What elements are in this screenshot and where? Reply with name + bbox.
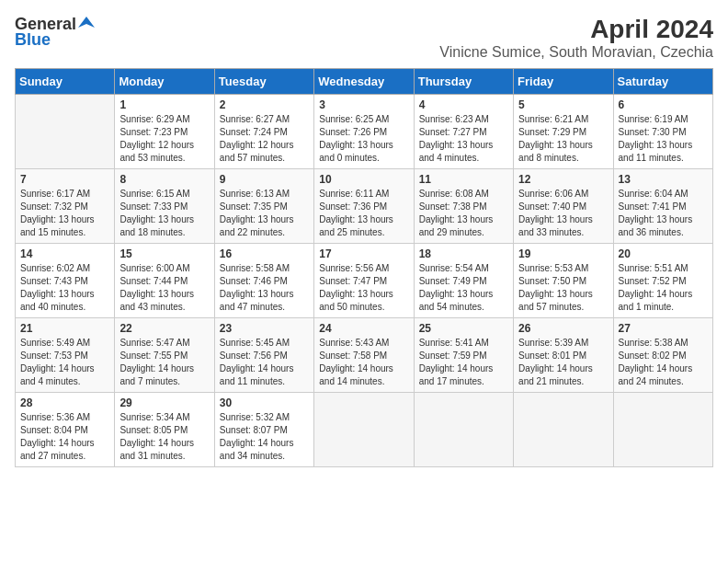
day-detail-text: Sunrise: 5:39 AM Sunset: 8:01 PM Dayligh…	[518, 337, 608, 388]
day-number: 6	[619, 98, 708, 111]
calendar-week-row: 7Sunrise: 6:17 AM Sunset: 7:32 PM Daylig…	[16, 169, 713, 244]
day-number: 20	[619, 247, 708, 260]
calendar-cell: 15Sunrise: 6:00 AM Sunset: 7:44 PM Dayli…	[115, 244, 214, 318]
calendar-header-row: SundayMondayTuesdayWednesdayThursdayFrid…	[16, 69, 713, 95]
month-year-title: April 2024	[439, 15, 713, 44]
day-number: 7	[20, 173, 109, 186]
title-area: April 2024 Vinicne Sumice, South Moravia…	[439, 15, 713, 61]
calendar-cell: 28Sunrise: 5:36 AM Sunset: 8:04 PM Dayli…	[16, 393, 115, 467]
calendar-cell	[514, 393, 613, 467]
day-detail-text: Sunrise: 6:13 AM Sunset: 7:35 PM Dayligh…	[220, 188, 309, 239]
day-header-sunday: Sunday	[16, 69, 115, 95]
day-detail-text: Sunrise: 5:34 AM Sunset: 8:05 PM Dayligh…	[119, 411, 209, 463]
calendar-cell	[314, 393, 414, 467]
calendar-cell: 9Sunrise: 6:13 AM Sunset: 7:35 PM Daylig…	[214, 169, 313, 244]
day-detail-text: Sunrise: 6:27 AM Sunset: 7:24 PM Dayligh…	[220, 113, 309, 165]
day-number: 24	[319, 322, 408, 335]
calendar-cell: 10Sunrise: 6:11 AM Sunset: 7:36 PM Dayli…	[314, 169, 414, 244]
day-detail-text: Sunrise: 6:19 AM Sunset: 7:30 PM Dayligh…	[619, 113, 708, 165]
day-detail-text: Sunrise: 5:38 AM Sunset: 8:02 PM Dayligh…	[619, 337, 708, 388]
calendar-table: SundayMondayTuesdayWednesdayThursdayFrid…	[15, 68, 713, 467]
day-number: 28	[20, 396, 109, 409]
calendar-week-row: 1Sunrise: 6:29 AM Sunset: 7:23 PM Daylig…	[16, 95, 713, 169]
calendar-cell: 17Sunrise: 5:56 AM Sunset: 7:47 PM Dayli…	[314, 244, 414, 318]
day-number: 4	[419, 98, 508, 111]
calendar-cell: 2Sunrise: 6:27 AM Sunset: 7:24 PM Daylig…	[214, 95, 313, 169]
calendar-cell: 21Sunrise: 5:49 AM Sunset: 7:53 PM Dayli…	[16, 318, 115, 393]
day-number: 30	[220, 396, 309, 409]
calendar-week-row: 14Sunrise: 6:02 AM Sunset: 7:43 PM Dayli…	[16, 244, 713, 318]
calendar-cell: 25Sunrise: 5:41 AM Sunset: 7:59 PM Dayli…	[414, 318, 513, 393]
day-detail-text: Sunrise: 6:11 AM Sunset: 7:36 PM Dayligh…	[319, 188, 408, 239]
calendar-cell: 3Sunrise: 6:25 AM Sunset: 7:26 PM Daylig…	[314, 95, 414, 169]
calendar-cell: 7Sunrise: 6:17 AM Sunset: 7:32 PM Daylig…	[16, 169, 115, 244]
day-number: 22	[119, 322, 209, 335]
day-number: 27	[619, 322, 708, 335]
calendar-cell	[613, 393, 712, 467]
day-detail-text: Sunrise: 5:56 AM Sunset: 7:47 PM Dayligh…	[319, 262, 408, 314]
day-detail-text: Sunrise: 5:53 AM Sunset: 7:50 PM Dayligh…	[518, 262, 608, 314]
calendar-cell: 30Sunrise: 5:32 AM Sunset: 8:07 PM Dayli…	[214, 393, 313, 467]
day-number: 15	[119, 247, 209, 260]
day-number: 23	[220, 322, 309, 335]
day-number: 11	[419, 173, 508, 186]
calendar-cell: 16Sunrise: 5:58 AM Sunset: 7:46 PM Dayli…	[214, 244, 313, 318]
day-detail-text: Sunrise: 6:29 AM Sunset: 7:23 PM Dayligh…	[119, 113, 209, 165]
day-number: 13	[619, 173, 708, 186]
day-number: 5	[518, 98, 608, 111]
calendar-cell: 24Sunrise: 5:43 AM Sunset: 7:58 PM Dayli…	[314, 318, 414, 393]
day-detail-text: Sunrise: 6:00 AM Sunset: 7:44 PM Dayligh…	[119, 262, 209, 314]
day-number: 1	[119, 98, 209, 111]
calendar-cell	[16, 95, 115, 169]
calendar-cell: 23Sunrise: 5:45 AM Sunset: 7:56 PM Dayli…	[214, 318, 313, 393]
day-number: 29	[119, 396, 209, 409]
logo-bird-icon	[78, 15, 95, 31]
calendar-cell: 4Sunrise: 6:23 AM Sunset: 7:27 PM Daylig…	[414, 95, 513, 169]
day-detail-text: Sunrise: 5:47 AM Sunset: 7:55 PM Dayligh…	[119, 337, 209, 388]
logo-blue-text: Blue	[15, 30, 51, 50]
day-detail-text: Sunrise: 5:36 AM Sunset: 8:04 PM Dayligh…	[20, 411, 109, 463]
day-detail-text: Sunrise: 6:06 AM Sunset: 7:40 PM Dayligh…	[518, 188, 608, 239]
calendar-cell: 1Sunrise: 6:29 AM Sunset: 7:23 PM Daylig…	[115, 95, 214, 169]
day-header-tuesday: Tuesday	[214, 69, 313, 95]
day-detail-text: Sunrise: 5:43 AM Sunset: 7:58 PM Dayligh…	[319, 337, 408, 388]
calendar-week-row: 21Sunrise: 5:49 AM Sunset: 7:53 PM Dayli…	[16, 318, 713, 393]
day-number: 10	[319, 173, 408, 186]
day-detail-text: Sunrise: 5:51 AM Sunset: 7:52 PM Dayligh…	[619, 262, 708, 314]
day-detail-text: Sunrise: 5:45 AM Sunset: 7:56 PM Dayligh…	[220, 337, 309, 388]
day-number: 14	[20, 247, 109, 260]
day-detail-text: Sunrise: 6:25 AM Sunset: 7:26 PM Dayligh…	[319, 113, 408, 165]
calendar-cell: 6Sunrise: 6:19 AM Sunset: 7:30 PM Daylig…	[613, 95, 712, 169]
day-number: 21	[20, 322, 109, 335]
day-number: 2	[220, 98, 309, 111]
calendar-cell: 13Sunrise: 6:04 AM Sunset: 7:41 PM Dayli…	[613, 169, 712, 244]
day-header-friday: Friday	[514, 69, 613, 95]
day-detail-text: Sunrise: 6:02 AM Sunset: 7:43 PM Dayligh…	[20, 262, 109, 314]
day-detail-text: Sunrise: 5:32 AM Sunset: 8:07 PM Dayligh…	[220, 411, 309, 463]
calendar-cell: 12Sunrise: 6:06 AM Sunset: 7:40 PM Dayli…	[514, 169, 613, 244]
day-number: 16	[220, 247, 309, 260]
calendar-cell: 19Sunrise: 5:53 AM Sunset: 7:50 PM Dayli…	[514, 244, 613, 318]
day-detail-text: Sunrise: 6:23 AM Sunset: 7:27 PM Dayligh…	[419, 113, 508, 165]
calendar-cell: 11Sunrise: 6:08 AM Sunset: 7:38 PM Dayli…	[414, 169, 513, 244]
calendar-cell: 18Sunrise: 5:54 AM Sunset: 7:49 PM Dayli…	[414, 244, 513, 318]
day-detail-text: Sunrise: 5:54 AM Sunset: 7:49 PM Dayligh…	[419, 262, 508, 314]
day-number: 25	[419, 322, 508, 335]
calendar-cell: 22Sunrise: 5:47 AM Sunset: 7:55 PM Dayli…	[115, 318, 214, 393]
day-number: 9	[220, 173, 309, 186]
day-detail-text: Sunrise: 6:21 AM Sunset: 7:29 PM Dayligh…	[518, 113, 608, 165]
header: General Blue April 2024 Vinicne Sumice, …	[15, 15, 713, 61]
calendar-cell: 5Sunrise: 6:21 AM Sunset: 7:29 PM Daylig…	[514, 95, 613, 169]
calendar-cell	[414, 393, 513, 467]
location-subtitle: Vinicne Sumice, South Moravian, Czechia	[439, 44, 713, 61]
day-header-monday: Monday	[115, 69, 214, 95]
day-detail-text: Sunrise: 6:17 AM Sunset: 7:32 PM Dayligh…	[20, 188, 109, 239]
calendar-week-row: 28Sunrise: 5:36 AM Sunset: 8:04 PM Dayli…	[16, 393, 713, 467]
day-number: 19	[518, 247, 608, 260]
day-header-saturday: Saturday	[613, 69, 712, 95]
day-header-wednesday: Wednesday	[314, 69, 414, 95]
day-number: 8	[119, 173, 209, 186]
svg-marker-0	[78, 17, 95, 28]
day-number: 18	[419, 247, 508, 260]
calendar-cell: 29Sunrise: 5:34 AM Sunset: 8:05 PM Dayli…	[115, 393, 214, 467]
